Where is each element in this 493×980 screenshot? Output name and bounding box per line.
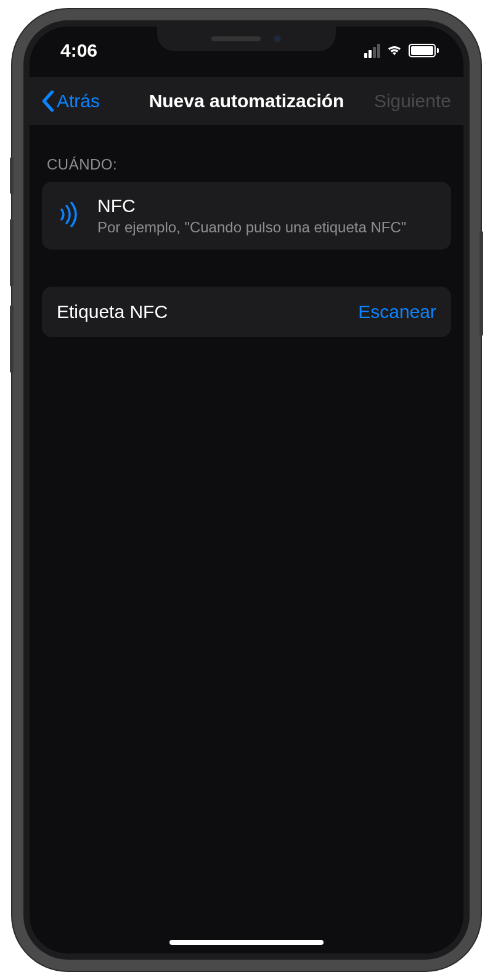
status-icons <box>364 42 439 59</box>
front-camera <box>273 35 282 43</box>
volume-up-button[interactable] <box>10 219 14 287</box>
notch <box>157 27 336 51</box>
volume-down-button[interactable] <box>10 305 14 373</box>
screen: 4:06 <box>30 27 463 953</box>
silence-switch[interactable] <box>10 157 14 194</box>
nfc-trigger-card: NFC Por ejemplo, "Cuando pulso una etiqu… <box>42 182 451 250</box>
phone-frame: 4:06 <box>12 9 481 971</box>
home-indicator[interactable] <box>169 940 324 945</box>
content-area: CUÁNDO: NFC Por ejemplo, "Cuando pulso u… <box>30 125 463 337</box>
section-header: CUÁNDO: <box>42 125 451 182</box>
back-label: Atrás <box>57 91 100 112</box>
battery-icon <box>409 44 439 57</box>
phone-bezel: 4:06 <box>23 20 470 960</box>
speaker-grille <box>211 36 261 41</box>
wifi-icon <box>385 42 404 59</box>
power-button[interactable] <box>479 231 483 336</box>
nfc-icon <box>57 202 81 229</box>
back-button[interactable]: Atrás <box>42 91 100 112</box>
nfc-card-subtitle: Por ejemplo, "Cuando pulso una etiqueta … <box>97 219 406 236</box>
status-time: 4:06 <box>60 40 97 61</box>
chevron-left-icon <box>42 91 54 112</box>
page-title: Nueva automatización <box>149 91 344 112</box>
cellular-signal-icon <box>364 44 380 58</box>
nfc-card-text: NFC Por ejemplo, "Cuando pulso una etiqu… <box>97 195 406 236</box>
next-button[interactable]: Siguiente <box>374 91 451 112</box>
nfc-tag-row[interactable]: Etiqueta NFC Escanear <box>42 287 451 337</box>
nfc-tag-label: Etiqueta NFC <box>57 301 168 322</box>
nfc-card-title: NFC <box>97 195 406 216</box>
navigation-bar: Atrás Nueva automatización Siguiente <box>30 77 463 125</box>
scan-button[interactable]: Escanear <box>358 301 436 322</box>
